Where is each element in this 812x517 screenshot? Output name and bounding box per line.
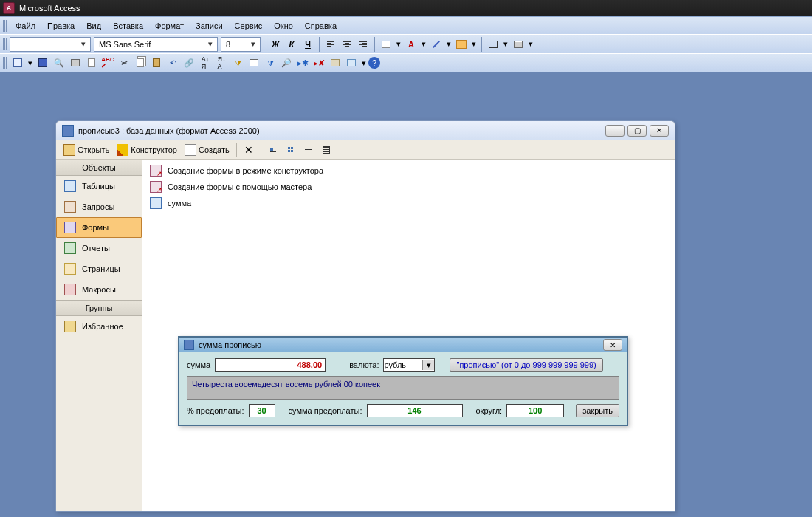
- sidebar-item-label: Формы: [82, 223, 109, 232]
- delete-record-button[interactable]: ▸✘: [311, 55, 327, 71]
- special-effect-dropdown[interactable]: ▾: [526, 36, 535, 52]
- print-button[interactable]: [67, 55, 83, 71]
- sidebar-favorites[interactable]: Избранное: [56, 316, 142, 337]
- menu-format[interactable]: Формат: [149, 19, 190, 32]
- maximize-button[interactable]: ▢: [627, 125, 647, 137]
- open-button[interactable]: Открыть: [61, 143, 112, 157]
- view-dropdown[interactable]: ▾: [26, 55, 35, 71]
- spelling-button[interactable]: ABC✔: [100, 55, 116, 71]
- italic-button[interactable]: К: [283, 36, 300, 52]
- form-item-summa[interactable]: сумма: [145, 195, 672, 211]
- db-window-button[interactable]: [327, 55, 343, 71]
- menu-tools[interactable]: Сервис: [229, 19, 269, 32]
- sidebar-item-label: Запросы: [82, 202, 114, 211]
- new-object-dropdown[interactable]: ▾: [359, 55, 368, 71]
- menu-edit[interactable]: Правка: [41, 19, 80, 32]
- highlight-dropdown[interactable]: ▾: [469, 36, 478, 52]
- toolbar-grip[interactable]: [3, 20, 7, 32]
- design-button[interactable]: Конструктор: [114, 143, 180, 157]
- menu-records[interactable]: Записи: [190, 19, 229, 32]
- db-window-title: прописью3 : база данных (формат Access 2…: [78, 126, 605, 135]
- align-center-button[interactable]: [339, 36, 355, 52]
- menu-view[interactable]: Вид: [80, 19, 107, 32]
- view-button[interactable]: [10, 55, 26, 71]
- sum-label: сумма: [187, 360, 210, 369]
- menu-window[interactable]: Окно: [268, 19, 299, 32]
- cut-button[interactable]: ✂: [116, 55, 132, 71]
- sidebar-macros[interactable]: Макросы: [56, 279, 142, 300]
- form-titlebar[interactable]: сумма прописью ✕: [179, 338, 627, 352]
- sidebar-queries[interactable]: Запросы: [56, 196, 142, 217]
- close-button[interactable]: ✕: [650, 125, 669, 137]
- font-color-button[interactable]: A: [403, 36, 419, 52]
- sort-desc-button[interactable]: Я↓А: [213, 55, 230, 71]
- sort-asc-button[interactable]: А↓Я: [197, 55, 213, 71]
- new-record-button[interactable]: ▸✱: [295, 55, 311, 71]
- find-button[interactable]: 🔎: [278, 55, 295, 71]
- sidebar-pages[interactable]: Страницы: [56, 258, 142, 279]
- toolbar-grip[interactable]: [3, 57, 7, 69]
- sidebar-reports[interactable]: Отчеты: [56, 238, 142, 258]
- filter-selection-button[interactable]: ⧩: [230, 55, 246, 71]
- close-button[interactable]: ✕: [603, 339, 622, 351]
- undo-button[interactable]: ↶: [165, 55, 181, 71]
- create-form-wizard[interactable]: ↗Создание формы с помощью мастера: [145, 179, 672, 195]
- border-button[interactable]: [485, 36, 501, 52]
- small-icons-view[interactable]: [283, 142, 299, 158]
- sidebar-item-label: Отчеты: [82, 244, 110, 253]
- details-view[interactable]: [318, 142, 334, 158]
- font-size-combo[interactable]: 8▾: [221, 37, 261, 52]
- menu-insert[interactable]: Вставка: [107, 19, 149, 32]
- paste-button[interactable]: [148, 55, 165, 71]
- create-form-design[interactable]: ↗Создание формы в режиме конструктора: [145, 162, 672, 179]
- round-field[interactable]: 100: [506, 404, 564, 417]
- new-button[interactable]: Создать: [182, 143, 233, 157]
- filter-form-button[interactable]: [246, 55, 262, 71]
- fill-color-button[interactable]: [378, 36, 394, 52]
- line-color-button[interactable]: [428, 36, 444, 52]
- align-left-button[interactable]: [323, 36, 339, 52]
- minimize-button[interactable]: —: [605, 125, 625, 137]
- form-icon: [184, 340, 194, 350]
- special-effect-button[interactable]: [510, 36, 526, 52]
- round-label: округл:: [476, 406, 503, 415]
- line-color-dropdown[interactable]: ▾: [444, 36, 453, 52]
- print-preview-button[interactable]: [83, 55, 100, 71]
- highlight-button[interactable]: [453, 36, 469, 52]
- sidebar-tables[interactable]: Таблицы: [56, 176, 142, 196]
- font-color-dropdown[interactable]: ▾: [419, 36, 428, 52]
- new-object-button[interactable]: [343, 55, 359, 71]
- delete-button[interactable]: ✕: [241, 142, 257, 158]
- toolbar-grip[interactable]: [3, 38, 7, 50]
- underline-button[interactable]: Ч: [300, 36, 316, 52]
- db-window-titlebar[interactable]: прописью3 : база данных (формат Access 2…: [56, 121, 675, 140]
- large-icons-view[interactable]: [265, 142, 281, 158]
- standard-toolbar: ▾ 🔍 ABC✔ ✂ ↶ 🔗 А↓Я Я↓А ⧩ ⧩ 🔎 ▸✱ ▸✘ ▾ ?: [0, 53, 812, 72]
- help-button[interactable]: ?: [368, 57, 380, 69]
- db-sidebar: Объекты Таблицы Запросы Формы Отчеты Стр…: [56, 160, 142, 511]
- bold-button[interactable]: Ж: [267, 36, 283, 52]
- search-button[interactable]: 🔍: [51, 55, 67, 71]
- save-button[interactable]: [35, 55, 51, 71]
- list-view[interactable]: [300, 142, 317, 158]
- apply-filter-button[interactable]: ⧩: [262, 55, 278, 71]
- prepay-pct-field[interactable]: 30: [249, 404, 275, 417]
- copy-button[interactable]: [132, 55, 148, 71]
- sidebar-forms[interactable]: Формы: [56, 217, 142, 238]
- prepay-sum-label: сумма предоплаты:: [289, 406, 362, 415]
- propis-button[interactable]: "прописью" (от 0 до 999 999 999 999): [450, 358, 602, 372]
- font-combo[interactable]: MS Sans Serif▾: [94, 37, 218, 52]
- sum-field[interactable]: 488,00: [215, 358, 326, 372]
- menu-help[interactable]: Справка: [299, 19, 343, 32]
- hyperlink-button[interactable]: 🔗: [181, 55, 197, 71]
- align-right-button[interactable]: [355, 36, 371, 52]
- list-item-label: Создание формы в режиме конструктора: [168, 166, 323, 175]
- currency-label: валюта:: [349, 360, 379, 369]
- currency-combo[interactable]: рубль▾: [383, 358, 435, 372]
- prepay-sum-field[interactable]: 146: [367, 404, 463, 417]
- close-form-button[interactable]: закрыть: [576, 404, 619, 417]
- menu-file[interactable]: Файл: [10, 19, 41, 32]
- border-dropdown[interactable]: ▾: [501, 36, 510, 52]
- fill-color-dropdown[interactable]: ▾: [394, 36, 403, 52]
- style-combo[interactable]: ▾: [10, 37, 91, 52]
